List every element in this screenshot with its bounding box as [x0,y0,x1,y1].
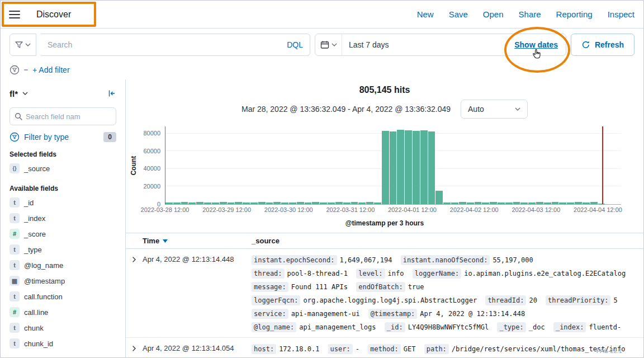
add-filter-link[interactable]: + Add filter [32,65,70,74]
chevron-down-icon [332,43,337,46]
collapse-sidebar-button[interactable] [107,89,116,98]
field-key: user: [328,344,353,354]
date-quick-select-button[interactable] [315,34,342,55]
chevron-down-icon [515,107,520,111]
histogram-bar [305,202,312,204]
field-item-call.line[interactable]: #call.line [10,304,116,320]
table-header: Time _source [126,233,643,249]
field-name: @timestamp [24,277,65,285]
calendar-icon [320,40,329,49]
sidebar-top: fl* [10,85,116,102]
field-type-number-icon: # [10,307,20,317]
table-body: Apr 4, 2022 @ 12:13:14.448instant.epochS… [126,249,643,358]
time-column-header[interactable]: Time [143,237,252,245]
interval-select[interactable]: Auto [461,100,528,119]
field-value: 5 [613,296,617,304]
histogram-bar [505,202,513,204]
field-key: instant.epochSecond: [252,255,337,265]
field-item-_source[interactable]: {}_source [10,161,116,176]
histogram-bar [397,130,404,204]
refresh-button[interactable]: Refresh [571,34,634,56]
field-item-chunk_id[interactable]: tchunk_id [10,336,116,351]
x-axis-tick-label: 2022-03-28 12:00 [141,206,190,213]
histogram-bar [258,202,266,204]
nav-save[interactable]: Save [449,10,468,19]
field-key: message: [252,282,288,292]
histogram-bar [204,202,211,204]
nav-share[interactable]: Share [519,10,541,19]
content-area: fl* Filter by [1,79,643,358]
field-type-number-icon: # [10,229,20,239]
chevron-down-icon [25,43,31,46]
menu-button[interactable] [1,1,29,28]
field-search-box [10,107,116,125]
field-item-_id[interactable]: t_id [10,195,116,210]
field-key: _id: [385,322,405,332]
search-input[interactable] [48,40,282,49]
document-row: Apr 4, 2022 @ 12:13:14.054host:172.18.0.… [126,338,643,358]
field-search-input[interactable] [26,112,111,121]
histogram-bar [228,202,235,204]
y-axis-ticks: 020000400006000080000 [138,126,165,205]
field-item-@timestamp[interactable]: ▦@timestamp [10,273,116,289]
expand-row-button[interactable] [126,342,143,354]
field-item-_type[interactable]: t_type [10,242,116,257]
histogram-bar [366,202,373,204]
available-fields-heading: Available fields [10,185,116,192]
histogram-bar [188,202,196,204]
chevron-right-icon [131,344,138,354]
nav-inspect[interactable]: Inspect [608,10,634,19]
source-column-header: _source [252,237,643,245]
filter-circle-icon[interactable] [10,65,20,75]
nav-open[interactable]: Open [483,10,504,19]
doc-source: host:172.18.0.1 user:- method:GET path:/… [252,342,643,356]
index-pattern-switcher[interactable]: fl* [10,89,28,98]
histogram-bar [536,202,543,204]
histogram-plot[interactable] [165,126,621,205]
date-range-value[interactable]: Last 7 days [342,40,514,49]
x-axis-title: @timestamp per 3 hours [126,219,643,227]
field-name: call.line [24,308,48,317]
interval-value: Auto [468,105,484,114]
histogram-bar [374,202,381,204]
histogram-bar [181,202,188,204]
field-item-@log_name[interactable]: t@log_name [10,257,116,273]
query-bar: DQL Last 7 days Show dates Refresh [1,29,643,60]
field-item-call.function[interactable]: tcall.function [10,289,116,304]
field-item-_score[interactable]: #_score [10,226,116,242]
field-item-_index[interactable]: t_index [10,210,116,226]
index-pattern-label: fl* [10,89,18,98]
field-key: path: [424,344,449,354]
show-dates-link[interactable]: Show dates [514,40,558,49]
field-name: @log_name [24,261,63,270]
x-axis-tick-label: 2022-03-29 12:00 [202,206,251,213]
filter-by-type-button[interactable]: Filter by type 0 [10,132,116,142]
histogram-bar [544,202,551,204]
search-icon [15,112,22,120]
field-value: - [356,345,359,353]
sort-desc-icon [163,239,168,243]
nav-reporting[interactable]: Reporting [556,10,593,19]
expand-row-button[interactable] [126,253,143,265]
field-value: LY4Q9H8BwNWFYtc5fMGl [408,323,489,331]
field-key: instant.nanoOfSecond: [401,255,490,265]
histogram-bar [335,202,343,204]
histogram-bar [243,202,250,204]
discover-main: 805,145 hits Mar 28, 2022 @ 13:36:32.049… [126,79,643,358]
selected-fields-heading: Selected fields [10,150,116,158]
field-key: host: [252,344,276,354]
field-type-date-icon: ▦ [10,276,20,286]
saved-query-menu-button[interactable] [10,34,36,56]
histogram-bar [351,202,358,204]
field-item-chunk[interactable]: tchunk [10,320,116,336]
header-nav: NewSaveOpenShareReportingInspect [417,10,634,19]
histogram-bar [443,202,451,204]
query-language-button[interactable]: DQL [287,40,303,49]
histogram-bar [220,202,227,204]
field-key: threadPriority: [546,295,610,305]
nav-new[interactable]: New [417,10,434,19]
field-value: 55,197,000 [493,256,533,264]
field-key: level: [356,268,385,279]
filter-circle-icon [10,132,20,142]
x-axis-tick-label: 2022-04-02 12:00 [450,206,499,213]
